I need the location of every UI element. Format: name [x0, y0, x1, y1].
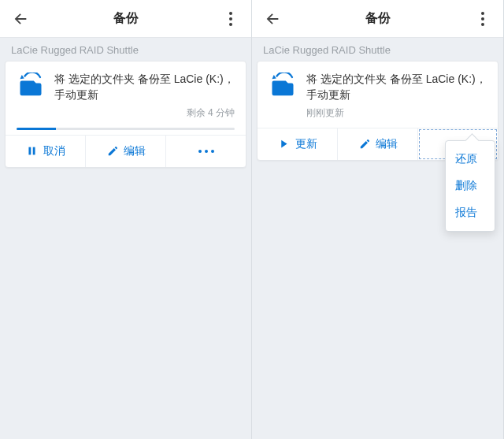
overflow-button[interactable]: [220, 8, 242, 30]
top-bar: 备份: [0, 0, 251, 38]
edit-label: 编辑: [376, 137, 398, 151]
back-button[interactable]: [261, 8, 284, 30]
menu-item-restore[interactable]: 还原: [446, 146, 495, 173]
arrow-left-icon: [264, 10, 281, 28]
plan-title: 将 选定的文件夹 备份至 LaCie (K:)，手动更新: [306, 71, 487, 103]
right-pane: 备份 LaCie Rugged RAID Shuttle 将 选定的文件夹 备份…: [252, 0, 504, 439]
status-text: 剩余 4 分钟: [54, 106, 235, 120]
top-bar: 备份: [252, 0, 503, 38]
backup-icon: [269, 73, 297, 101]
pencil-icon: [106, 145, 119, 158]
cancel-button[interactable]: 取消: [6, 136, 86, 167]
backup-plan-card: 将 选定的文件夹 备份至 LaCie (K:)，手动更新 剩余 4 分钟 取消 …: [5, 61, 246, 168]
menu-item-delete[interactable]: 删除: [446, 173, 495, 199]
status-text: 刚刚更新: [306, 106, 487, 120]
svg-rect-1: [33, 147, 35, 155]
pause-icon: [26, 145, 39, 158]
backup-icon: [17, 73, 45, 101]
arrow-left-icon: [12, 10, 29, 28]
edit-label: 编辑: [124, 144, 146, 158]
page-title: 备份: [0, 10, 251, 27]
more-horizontal-icon: [198, 150, 214, 153]
device-name: LaCie Rugged RAID Shuttle: [252, 38, 503, 61]
more-menu: 还原 删除 报告: [445, 140, 495, 232]
pencil-icon: [358, 138, 371, 151]
update-button[interactable]: 更新: [258, 128, 338, 160]
svg-rect-0: [28, 147, 31, 155]
more-vertical-icon: [481, 12, 484, 26]
edit-button[interactable]: 编辑: [86, 136, 166, 167]
play-icon: [278, 138, 291, 151]
update-label: 更新: [295, 137, 317, 151]
cancel-label: 取消: [43, 144, 65, 158]
menu-item-report[interactable]: 报告: [446, 199, 495, 226]
progress-bar: [6, 128, 246, 135]
edit-button[interactable]: 编辑: [338, 128, 418, 160]
left-pane: 备份 LaCie Rugged RAID Shuttle 将 选定的文件夹 备份…: [0, 0, 252, 439]
back-button[interactable]: [9, 8, 32, 30]
page-title: 备份: [252, 10, 503, 27]
more-button[interactable]: [166, 136, 246, 167]
device-name: LaCie Rugged RAID Shuttle: [0, 38, 251, 61]
plan-title: 将 选定的文件夹 备份至 LaCie (K:)，手动更新: [54, 71, 235, 103]
overflow-button[interactable]: [472, 8, 494, 30]
more-vertical-icon: [229, 12, 232, 26]
